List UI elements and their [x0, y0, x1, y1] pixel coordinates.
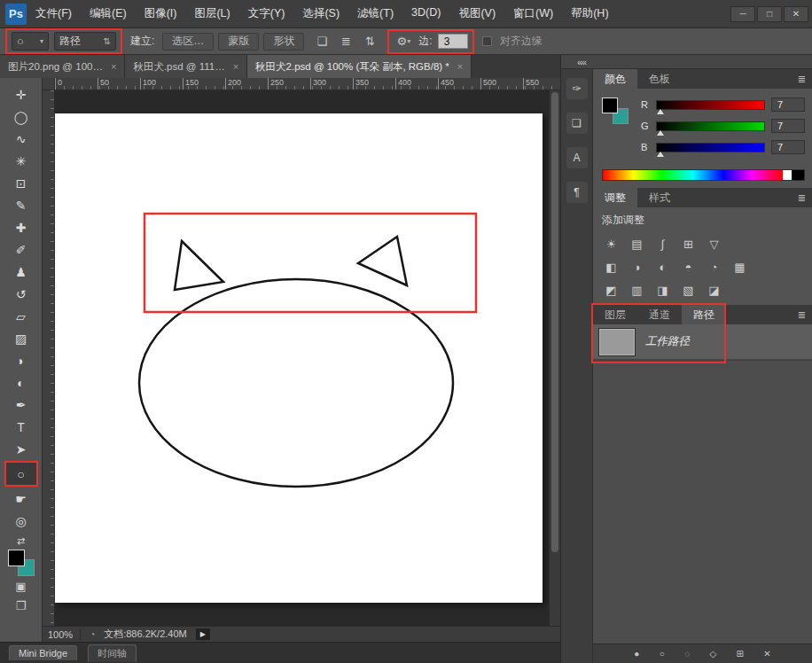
shape-tool-preset-dropdown[interactable]: ○ ▾ [12, 32, 49, 51]
menu-item[interactable]: 文字(Y) [248, 6, 285, 21]
blur-tool[interactable]: ◗ [6, 349, 36, 371]
exposure-icon[interactable]: ⊞ [677, 234, 699, 254]
make-selection-button[interactable]: 选区… [162, 33, 214, 51]
foreground-background-swatches[interactable] [8, 550, 35, 576]
brush-tool[interactable]: ✐ [6, 238, 36, 261]
tab-channels[interactable]: 通道 [637, 305, 682, 324]
status-expand-icon[interactable]: ▶ [196, 628, 210, 640]
tool-mode-dropdown[interactable]: 路径 ⇅ [54, 32, 116, 51]
type-tool[interactable]: T [6, 416, 36, 438]
make-work-path-icon[interactable]: ◇ [709, 649, 716, 659]
channel-mixer-icon[interactable]: ◔ [703, 257, 725, 277]
slider-thumb[interactable] [657, 109, 664, 114]
document-tab-3-active[interactable]: 秋田犬2.psd @ 100% (耳朵 副本, RGB/8) * × [247, 55, 472, 78]
swap-colors-icon[interactable]: ⇄ [17, 535, 25, 548]
history-brush-tool[interactable]: ↺ [6, 283, 36, 305]
color-spectrum-bar[interactable] [602, 169, 805, 181]
new-path-icon[interactable]: ⊞ [736, 649, 743, 659]
zoom-tool[interactable]: ◎ [6, 510, 36, 532]
levels-icon[interactable]: ▤ [626, 234, 648, 254]
panel-menu-icon[interactable]: ≣ [798, 305, 812, 324]
slider-thumb[interactable] [657, 152, 664, 157]
path-alignment-icon[interactable]: ≣ [336, 33, 355, 51]
path-thumbnail[interactable] [598, 328, 636, 356]
canvas[interactable] [55, 113, 543, 603]
gradient-map-icon[interactable]: ▧ [677, 280, 699, 300]
menu-item[interactable]: 图层(L) [194, 6, 230, 21]
spectrum-white[interactable] [783, 170, 792, 180]
crop-tool[interactable]: ⊡ [6, 172, 36, 194]
menu-item[interactable]: 图像(I) [144, 6, 177, 21]
geometry-options-button[interactable]: ⚙ ▾ [394, 33, 413, 51]
zoom-level[interactable]: 100% [48, 629, 81, 640]
menu-item[interactable]: 文件(F) [35, 6, 72, 21]
menu-item[interactable]: 编辑(E) [90, 6, 127, 21]
maximize-button[interactable]: □ [757, 6, 782, 22]
close-tab-icon[interactable]: × [233, 61, 238, 72]
selective-color-icon[interactable]: ◪ [703, 280, 725, 300]
clone-stamp-tool[interactable]: ♟ [6, 261, 36, 283]
red-slider[interactable] [656, 100, 765, 110]
move-tool[interactable]: ✛ [6, 83, 36, 105]
green-value-field[interactable]: 7 [771, 119, 805, 133]
menu-item[interactable]: 选择(S) [302, 6, 340, 21]
tab-swatches[interactable]: 色板 [637, 69, 682, 89]
stroke-path-icon[interactable]: ○ [660, 649, 665, 659]
timeline-button[interactable]: 时间轴 [88, 644, 137, 662]
panel-menu-icon[interactable]: ≣ [798, 69, 812, 89]
healing-brush-tool[interactable]: ✚ [6, 216, 36, 238]
scrollbar-thumb[interactable] [551, 92, 558, 552]
spectrum-black[interactable] [792, 170, 804, 180]
blue-value-field[interactable]: 7 [771, 140, 805, 154]
black-white-icon[interactable]: ◐ [652, 257, 674, 277]
menu-item[interactable]: 窗口(W) [513, 6, 553, 21]
path-selection-tool[interactable]: ➤ [6, 438, 36, 460]
blue-slider[interactable] [656, 143, 765, 152]
quick-selection-tool[interactable]: ✳ [6, 150, 36, 172]
brightness-contrast-icon[interactable]: ☀ [600, 234, 622, 254]
path-arrange-icon[interactable]: ⇅ [360, 33, 379, 51]
delete-path-icon[interactable]: ✕ [763, 649, 770, 659]
pen-tool[interactable]: ✒ [6, 394, 36, 416]
menu-item[interactable]: 3D(D) [411, 6, 441, 21]
hue-saturation-icon[interactable]: ◧ [600, 257, 622, 277]
make-mask-button[interactable]: 蒙版 [218, 33, 259, 51]
status-preview-icon[interactable]: ◔ [90, 629, 95, 639]
vibrance-icon[interactable]: ▽ [703, 234, 725, 254]
close-button[interactable]: ✕ [784, 6, 808, 22]
color-lookup-icon[interactable]: ▦ [729, 257, 751, 277]
path-operations-icon[interactable]: ❏ [312, 33, 332, 51]
fill-path-icon[interactable]: ● [634, 649, 639, 659]
make-shape-button[interactable]: 形状 [263, 33, 304, 51]
invert-icon[interactable]: ◩ [600, 280, 622, 300]
document-tab-1[interactable]: 图片20.png @ 100… × [0, 55, 125, 78]
clone-source-panel-icon[interactable]: ❏ [566, 113, 588, 134]
gradient-tool[interactable]: ▨ [6, 327, 36, 349]
color-balance-icon[interactable]: ◑ [626, 257, 648, 277]
posterize-icon[interactable]: ▥ [626, 280, 648, 300]
eraser-tool[interactable]: ▱ [6, 305, 36, 327]
character-panel-icon[interactable]: A [566, 147, 588, 168]
photo-filter-icon[interactable]: ◓ [677, 257, 699, 277]
close-tab-icon[interactable]: × [111, 61, 116, 72]
lasso-tool[interactable]: ∿ [6, 128, 36, 150]
red-value-field[interactable]: 7 [771, 98, 805, 112]
spectrum-gradient[interactable] [603, 170, 783, 180]
foreground-color-swatch[interactable] [8, 550, 25, 566]
close-tab-icon[interactable]: × [457, 61, 463, 72]
screen-mode-button[interactable]: ❐ [8, 596, 35, 615]
ellipse-tool[interactable]: ○ [6, 463, 36, 485]
vertical-scrollbar[interactable] [549, 90, 560, 626]
brush-panel-icon[interactable]: ✑ [566, 78, 588, 99]
eyedropper-tool[interactable]: ✎ [6, 194, 36, 216]
align-edges-checkbox[interactable] [482, 36, 492, 46]
menu-item[interactable]: 帮助(H) [571, 6, 608, 21]
tab-adjustments[interactable]: 调整 [593, 188, 637, 207]
elliptical-marquee-tool[interactable]: ◯ [6, 105, 36, 128]
curves-icon[interactable]: ∫ [652, 234, 674, 254]
hand-tool[interactable]: ☛ [6, 488, 36, 510]
sides-input[interactable]: 3 [438, 34, 468, 49]
slider-thumb[interactable] [657, 130, 664, 136]
tab-color[interactable]: 颜色 [593, 69, 637, 89]
minimize-button[interactable]: ─ [730, 6, 755, 22]
